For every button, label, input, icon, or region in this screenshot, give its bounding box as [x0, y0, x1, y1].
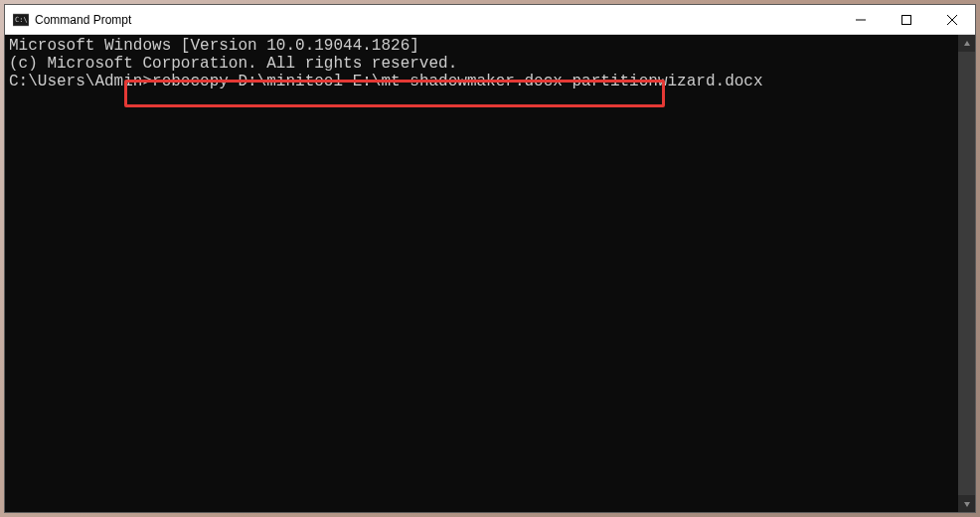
svg-marker-6	[964, 41, 970, 46]
terminal-content: Microsoft Windows [Version 10.0.19044.18…	[5, 35, 958, 512]
terminal-area[interactable]: Microsoft Windows [Version 10.0.19044.18…	[5, 35, 975, 512]
titlebar[interactable]: C:\ Command Prompt	[5, 5, 975, 35]
svg-marker-7	[964, 502, 970, 507]
window-controls	[838, 5, 975, 34]
scroll-track[interactable]	[958, 52, 975, 495]
app-icon: C:\	[13, 12, 29, 28]
scroll-down-arrow-icon[interactable]	[958, 495, 975, 512]
command-prompt-window: C:\ Command Prompt Microsoft Windows [Ve…	[4, 4, 976, 513]
terminal-line: Microsoft Windows [Version 10.0.19044.18…	[9, 37, 954, 55]
close-button[interactable]	[929, 5, 975, 35]
scroll-thumb[interactable]	[958, 52, 975, 495]
prompt-line: C:\Users\Admin>robocopy D:\minitool E:\m…	[9, 73, 954, 90]
window-title: Command Prompt	[35, 13, 838, 27]
svg-text:C:\: C:\	[15, 16, 28, 24]
scroll-up-arrow-icon[interactable]	[958, 35, 975, 52]
maximize-button[interactable]	[884, 5, 929, 35]
minimize-button[interactable]	[838, 5, 884, 35]
svg-rect-3	[902, 16, 911, 25]
prompt-prefix: C:\Users\Admin>	[9, 73, 152, 90]
vertical-scrollbar[interactable]	[958, 35, 975, 512]
terminal-line: (c) Microsoft Corporation. All rights re…	[9, 55, 954, 73]
command-text: robocopy D:\minitool E:\mt shadowmaker.d…	[152, 73, 763, 90]
